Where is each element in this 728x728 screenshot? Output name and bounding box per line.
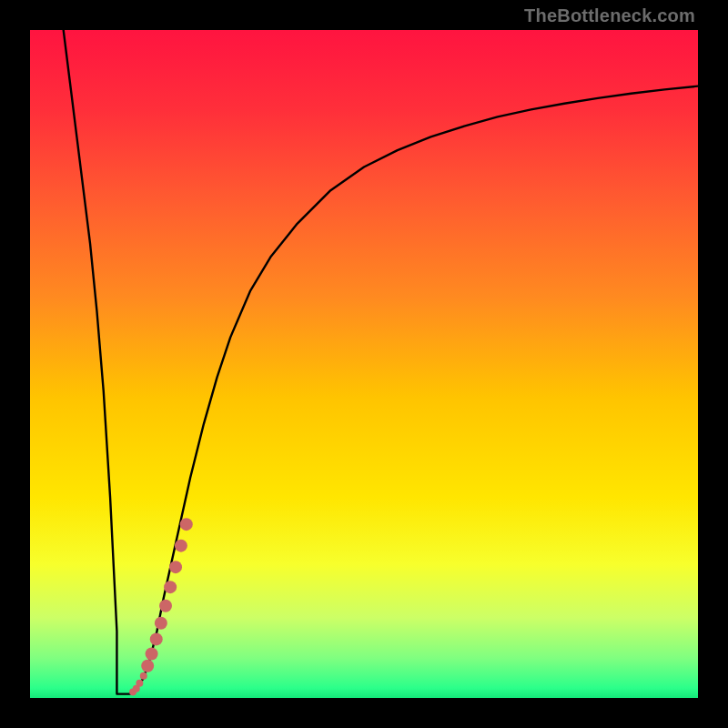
chart-svg — [30, 30, 698, 698]
plot-area — [30, 30, 698, 698]
dot — [140, 672, 147, 680]
dot — [146, 648, 158, 661]
gradient-background — [30, 30, 698, 698]
watermark-text: TheBottleneck.com — [524, 5, 695, 26]
dot — [150, 632, 163, 645]
dot — [180, 518, 193, 531]
dot — [141, 660, 154, 672]
dot — [136, 680, 143, 687]
dot — [164, 581, 177, 593]
dot — [175, 540, 187, 552]
dot — [169, 561, 182, 573]
chart-frame: TheBottleneck.com — [0, 0, 728, 728]
dot — [159, 600, 172, 612]
dot — [155, 617, 167, 630]
